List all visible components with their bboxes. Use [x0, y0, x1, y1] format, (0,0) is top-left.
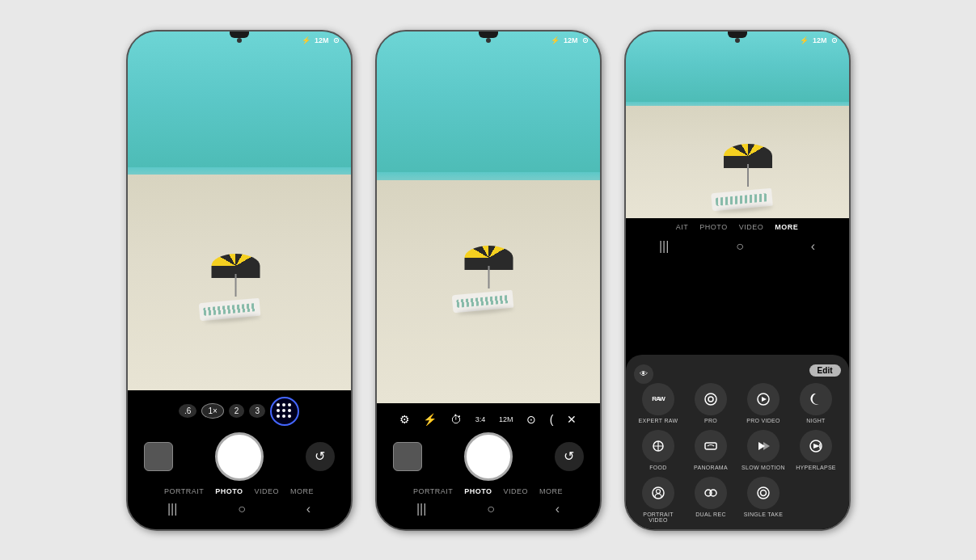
shutter-button-1[interactable] [215, 432, 264, 481]
umbrella-pole-1 [234, 274, 236, 297]
beach-scene-2 [453, 246, 526, 310]
nav-recent-icon-2[interactable]: ||| [416, 502, 426, 516]
nav-back-icon-2[interactable]: ‹ [556, 502, 560, 516]
timer-toggle-2[interactable]: ⏱ [450, 413, 462, 426]
status-icons-1: ⚡ 12M ⊙ [302, 36, 340, 44]
beach-umbrella-3 [724, 144, 772, 180]
more-item-hyperlapse[interactable]: HYPERLAPSE [792, 430, 841, 470]
nav-home-icon-1[interactable]: ○ [238, 502, 246, 516]
nav-recent-icon-3[interactable]: ||| [659, 239, 669, 254]
volume-down-button-2[interactable] [600, 169, 602, 201]
more-item-night[interactable]: NIGHT [792, 383, 841, 423]
mode-more-1[interactable]: MORE [290, 487, 314, 495]
more-panel-container: 👁 Edit RAW EXPERT RAW PRO [626, 218, 849, 529]
volume-up-button[interactable] [351, 128, 353, 161]
flash-toggle-2[interactable]: ⚡ [423, 413, 437, 426]
dual-rec-icon [695, 477, 727, 509]
nav-home-icon-3[interactable]: ○ [736, 239, 744, 254]
zoom-2-button[interactable]: 2 [229, 404, 245, 418]
svg-point-1 [708, 397, 713, 402]
gallery-thumbnail-1[interactable] [144, 442, 173, 471]
power-button[interactable] [351, 153, 353, 201]
more-item-dual-rec[interactable]: DUAL REC [687, 477, 736, 523]
edit-button[interactable]: Edit [809, 364, 841, 377]
mode-photo-3[interactable]: PHOTO [699, 223, 727, 231]
phone-2: ⚡ 12M ⊙ ⚙ ⚡ ⏱ 3:4 12M ⊙ ( ✕ ↺ [375, 30, 602, 531]
svg-marker-9 [763, 442, 770, 450]
flash-icon-1: ⚡ [302, 36, 311, 44]
camera-controls-2: ⚙ ⚡ ⏱ 3:4 12M ⊙ ( ✕ ↺ PORTRAIT PHOTO VID… [377, 403, 600, 529]
svg-marker-11 [813, 444, 820, 448]
more-item-pro[interactable]: PRO [687, 383, 736, 423]
pro-video-icon [747, 383, 780, 415]
svg-point-18 [761, 490, 767, 495]
mode-ait-3[interactable]: AIT [676, 223, 689, 231]
more-item-food[interactable]: FOOD [634, 430, 683, 470]
lounger-stripes-2 [456, 295, 509, 308]
volume-down-button[interactable] [351, 169, 353, 201]
more-item-expert-raw[interactable]: RAW EXPERT RAW [634, 383, 683, 423]
aspect-ratio-2[interactable]: 3:4 [475, 415, 486, 423]
nav-back-icon-1[interactable]: ‹ [306, 502, 311, 516]
front-camera-3 [735, 38, 740, 43]
more-item-slow-motion[interactable]: SLOW MOTION [739, 430, 788, 470]
flip-camera-button-1[interactable]: ↺ [306, 442, 335, 471]
mode-video-2[interactable]: VIDEO [504, 487, 529, 495]
mode-more-3[interactable]: MORE [775, 223, 798, 231]
mode-bar-3: AIT PHOTO VIDEO MORE [626, 218, 849, 233]
food-label: FOOD [649, 465, 666, 470]
zoom-ring-button[interactable] [270, 397, 299, 426]
zoom-1x-button[interactable]: 1× [201, 403, 223, 419]
night-label: NIGHT [806, 418, 825, 423]
phone-1: ⚡ 12M ⊙ .6 1× 2 3 [126, 30, 353, 531]
mode-more-2[interactable]: MORE [539, 487, 563, 495]
visibility-button[interactable]: 👁 [634, 364, 653, 384]
timer-icon-2: ⊙ [582, 36, 589, 44]
portrait-video-icon [642, 477, 674, 509]
beach-scene-1 [199, 254, 272, 318]
more-item-pro-video[interactable]: PRO VIDEO [739, 383, 788, 423]
settings-icon-2[interactable]: ⚙ [399, 413, 410, 426]
hyperlapse-label: HYPERLAPSE [796, 465, 836, 470]
phone-3: ⚡ 12M ⊙ 👁 Edit RAW EXPERT RAW [624, 30, 851, 531]
volume-up-button-3[interactable] [849, 128, 851, 161]
shutter-inner-2 [467, 436, 509, 478]
portrait-video-label: PORTRAIT VIDEO [634, 512, 683, 523]
nav-bar-1: ||| ○ ‹ [137, 499, 341, 521]
nav-home-icon-2[interactable]: ○ [487, 502, 495, 516]
motion-icon-2[interactable]: ⊙ [526, 413, 536, 426]
mode-photo-2[interactable]: PHOTO [464, 487, 492, 495]
shutter-button-2[interactable] [464, 432, 513, 481]
zoom-06-button[interactable]: .6 [179, 404, 196, 418]
zoom-controls-1: .6 1× 2 3 [137, 397, 341, 426]
camera-controls-1: .6 1× 2 3 [128, 390, 351, 529]
quality-2[interactable]: 12M [499, 415, 513, 423]
nav-recent-icon-1[interactable]: ||| [167, 502, 177, 516]
more-item-portrait-video[interactable]: PORTRAIT VIDEO [634, 477, 683, 523]
flip-camera-button-2[interactable]: ↺ [555, 442, 584, 471]
nav-bar-3: ||| ○ ‹ [626, 236, 849, 260]
mode-video-3[interactable]: VIDEO [739, 223, 764, 231]
toolbar-row-2: ⚙ ⚡ ⏱ 3:4 12M ⊙ ( ✕ [387, 410, 590, 429]
volume-up-button-2[interactable] [600, 128, 602, 161]
gallery-thumbnail-2[interactable] [393, 442, 422, 471]
expert-raw-label: EXPERT RAW [639, 418, 678, 423]
more-item-panorama[interactable]: PANORAMA [687, 430, 736, 470]
volume-down-button-3[interactable] [849, 169, 851, 201]
lounger-stripes-1 [203, 303, 256, 316]
notch-2 [479, 32, 498, 38]
mode-photo-1[interactable]: PHOTO [215, 487, 243, 495]
bracketing-icon-2[interactable]: ( [550, 413, 554, 426]
mode-video-1[interactable]: VIDEO [255, 487, 280, 495]
power-button-3[interactable] [849, 153, 851, 201]
more-item-single-take[interactable]: SINGLE TAKE [739, 477, 788, 523]
zoom-3-button[interactable]: 3 [249, 404, 265, 418]
beach-scene-3 [712, 144, 784, 208]
flash-icon-2: ⚡ [551, 36, 560, 44]
power-button-2[interactable] [600, 153, 602, 201]
nav-back-icon-3[interactable]: ‹ [811, 239, 815, 254]
close-toolbar-2[interactable]: ✕ [567, 413, 577, 426]
mode-portrait-1[interactable]: PORTRAIT [164, 487, 204, 495]
mode-portrait-2[interactable]: PORTRAIT [413, 487, 453, 495]
status-icons-2: ⚡ 12M ⊙ [551, 36, 589, 44]
